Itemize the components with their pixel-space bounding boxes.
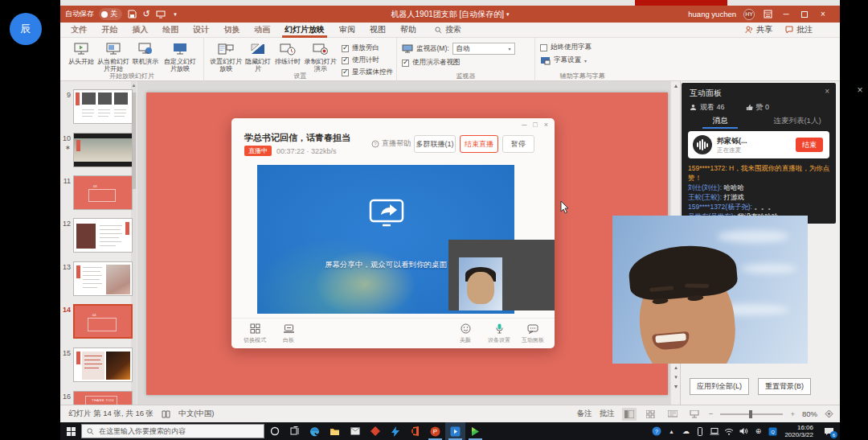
ribbon-tab-文件[interactable]: 文件 [63, 23, 94, 38]
webcam-video-overlay[interactable] [612, 216, 808, 364]
cortana-icon[interactable] [264, 422, 285, 440]
record-slideshow-button[interactable]: 录制幻灯片演示 [302, 39, 338, 72]
user-name[interactable]: huang yuchen [688, 10, 736, 19]
start-button[interactable] [60, 422, 81, 440]
ribbon-tab-视图[interactable]: 视图 [362, 23, 393, 38]
action-center-icon[interactable]: 6 [819, 422, 838, 440]
ribbon-tab-插入[interactable]: 插入 [125, 23, 155, 38]
undo-icon[interactable]: ↺ [141, 10, 151, 19]
reading-view-button[interactable] [665, 408, 680, 421]
share-button[interactable]: 共享 [745, 24, 772, 35]
ribbon-tab-开始[interactable]: 开始 [94, 23, 125, 38]
multicast-button[interactable]: 多群联播(1) [414, 135, 456, 153]
zoom-slider-thumb[interactable] [749, 410, 752, 418]
taskbar-clock[interactable]: 16:062020/3/22 [780, 424, 817, 438]
ribbon-tab-切换[interactable]: 切换 [216, 23, 247, 38]
chat-close-icon[interactable]: × [825, 87, 829, 96]
play-narrations-checkbox[interactable]: 播放旁白 [342, 43, 393, 53]
ribbon-display-options-icon[interactable] [762, 9, 773, 20]
hidden-icons-chevron[interactable]: ▲ [665, 422, 678, 440]
slide-sorter-view-button[interactable] [644, 408, 658, 421]
volume-icon[interactable] [737, 422, 750, 440]
restore-button[interactable] [799, 9, 810, 20]
rehearse-timings-button[interactable]: 排练计时 [273, 39, 303, 65]
comments-status-button[interactable]: 批注 [600, 409, 615, 419]
from-beginning-button[interactable]: 从头开始 [65, 39, 97, 65]
taskbar-search-box[interactable]: 在这里输入你要搜索的内容 [81, 424, 264, 438]
close-button[interactable]: × [817, 9, 829, 20]
video-app-icon[interactable] [465, 422, 485, 440]
streaming-app-icon[interactable] [445, 422, 465, 440]
always-use-subtitles-checkbox[interactable]: 始终使用字幕 [540, 43, 592, 52]
mail-icon[interactable] [345, 422, 365, 440]
ribbon-tab-帮助[interactable]: 帮助 [393, 23, 424, 38]
user-avatar[interactable]: HY [743, 9, 755, 20]
phone-tray-icon[interactable] [694, 422, 706, 440]
ribbon-tab-绘图[interactable]: 绘图 [155, 23, 186, 38]
slideshow-icon[interactable] [156, 10, 166, 19]
tab-mic-list[interactable]: 连麦列表(1人) [759, 116, 836, 129]
present-online-button[interactable]: 联机演示 [129, 39, 162, 65]
interaction-panel-button[interactable]: 互动面板 [516, 323, 550, 344]
customize-quick-access-icon[interactable]: ▾ [170, 10, 180, 19]
monitor-select[interactable]: 自动▾ [452, 43, 515, 55]
search-box[interactable]: 搜索 [435, 24, 461, 35]
camera-preview-thumbnail[interactable] [459, 257, 502, 310]
proofing-icon[interactable] [162, 410, 170, 418]
zoom-in-button[interactable]: + [790, 409, 795, 418]
onedrive-cloud-icon[interactable]: ☁ [679, 422, 692, 440]
live-help-link[interactable]: ? 直播帮助 [371, 138, 411, 149]
zoom-out-button[interactable]: − [709, 409, 714, 418]
setup-slideshow-button[interactable]: 设置幻灯片放映 [209, 39, 244, 72]
beauty-filter-button[interactable]: 美颜 [448, 323, 482, 344]
ribbon-tab-设计[interactable]: 设计 [186, 23, 216, 38]
help-tray-icon[interactable]: ? [650, 422, 663, 440]
from-current-slide-button[interactable]: 从当前幻灯片开始 [97, 39, 129, 72]
laptop-tray-icon[interactable] [708, 422, 721, 440]
live-maximize-button[interactable]: □ [533, 121, 537, 129]
whiteboard-button[interactable]: 白板 [272, 323, 305, 344]
normal-view-button[interactable] [622, 408, 637, 421]
notes-button[interactable]: 备注 [577, 409, 592, 419]
subtitle-settings-button[interactable]: 字幕设置▾ [540, 56, 587, 65]
apply-to-all-button[interactable]: 应用到全部(L) [690, 378, 749, 395]
zoom-slider[interactable] [720, 413, 783, 415]
slide-number-indicator[interactable]: 幻灯片 第 14 张, 共 16 张 [68, 409, 154, 419]
zoom-percentage[interactable]: 80% [802, 409, 817, 418]
custom-slideshow-button[interactable]: 自定义幻灯片放映 [162, 39, 199, 72]
fit-to-window-icon[interactable] [825, 409, 833, 418]
reset-background-button[interactable]: 重置背景(B) [758, 378, 811, 395]
ribbon-tab-动画[interactable]: 动画 [247, 23, 277, 38]
hide-slide-button[interactable]: 隐藏幻灯片 [244, 39, 273, 72]
scroll-up-icon[interactable]: ▲ [131, 81, 137, 89]
pause-button[interactable]: 暂停 [502, 135, 534, 153]
slideshow-view-button[interactable] [687, 408, 702, 421]
comments-button[interactable]: 批注 [785, 24, 813, 35]
minimize-button[interactable]: ─ [780, 9, 792, 20]
ribbon-tab-审阅[interactable]: 审阅 [332, 23, 362, 38]
device-settings-button[interactable]: 设备设置 [482, 323, 516, 344]
use-presenter-view-checkbox[interactable]: 使用演示者视图 [402, 58, 461, 68]
ribbon-tab-幻灯片放映[interactable]: 幻灯片放映 [277, 23, 332, 38]
use-timings-checkbox[interactable]: 使用计时 [342, 56, 393, 65]
save-icon[interactable] [127, 10, 137, 19]
file-explorer-icon[interactable] [325, 422, 345, 440]
player-close-icon[interactable]: × [854, 84, 866, 97]
edge-browser-icon[interactable] [305, 422, 325, 440]
end-mic-button[interactable]: 结束 [796, 138, 823, 152]
blue-square-tray-icon[interactable]: Q [766, 422, 779, 440]
switch-mode-button[interactable]: 切换模式 [238, 323, 272, 344]
wifi-icon[interactable] [723, 422, 735, 440]
tab-messages[interactable]: 消息 [682, 116, 759, 129]
presenter-avatar-bubble[interactable]: 辰 [10, 13, 42, 45]
powerpoint-app-icon[interactable]: P [425, 422, 445, 440]
live-minimize-button[interactable]: ─ [522, 121, 526, 129]
red-diamond-app-icon[interactable] [365, 422, 385, 440]
office-app-icon[interactable] [405, 422, 425, 440]
live-close-button[interactable]: × [544, 121, 548, 129]
input-indicator-icon[interactable]: ⊕ [751, 422, 764, 440]
language-indicator[interactable]: 中文(中国) [178, 409, 214, 419]
lightning-app-icon[interactable] [385, 422, 405, 440]
end-live-button[interactable]: 结束直播 [460, 135, 498, 153]
autosave-toggle[interactable]: 关 [99, 8, 122, 20]
